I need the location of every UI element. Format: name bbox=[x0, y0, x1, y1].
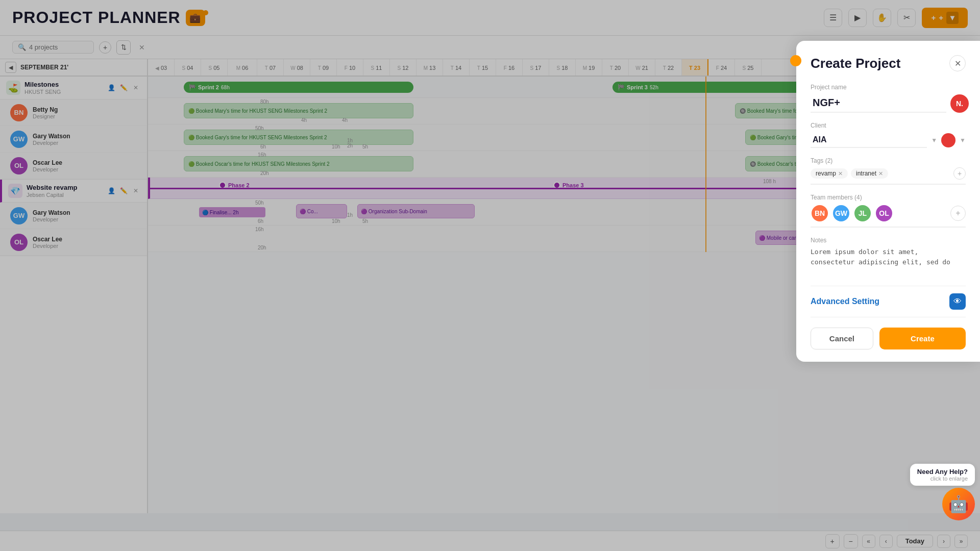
create-panel: Create Project ✕ Project name N. Client … bbox=[796, 41, 980, 362]
team-avatar-1: BN bbox=[811, 204, 829, 222]
help-mascot-icon[interactable]: 🤖 bbox=[942, 488, 975, 520]
client-group: Client AIA ▼ ▼ bbox=[811, 122, 966, 148]
cancel-button[interactable]: Cancel bbox=[811, 328, 873, 349]
notes-label: Notes bbox=[811, 237, 966, 244]
add-tag-btn[interactable]: + bbox=[953, 167, 966, 180]
team-label: Team members (4) bbox=[811, 194, 966, 201]
team-group: Team members (4) BN GW JL OL + bbox=[811, 194, 966, 228]
client-label: Client bbox=[811, 122, 966, 129]
advanced-setting-row[interactable]: Advanced Setting 👁 bbox=[811, 286, 966, 317]
panel-close-btn[interactable]: ✕ bbox=[949, 55, 966, 71]
eye-icon[interactable]: 👁 bbox=[949, 293, 966, 310]
client-select[interactable]: AIA bbox=[811, 132, 927, 148]
tag-revamp: revamp ✕ bbox=[811, 168, 848, 179]
help-sub: click to enlarge bbox=[917, 475, 968, 482]
panel-title: Create Project bbox=[811, 56, 900, 71]
help-title: Need Any Help? bbox=[917, 468, 968, 475]
remove-tag-revamp-btn[interactable]: ✕ bbox=[838, 170, 843, 177]
create-button[interactable]: Create bbox=[879, 328, 966, 349]
add-member-btn[interactable]: + bbox=[950, 206, 966, 221]
project-name-row: N. bbox=[811, 94, 966, 113]
tag-intranet: intranet ✕ bbox=[851, 168, 888, 179]
project-name-label: Project name bbox=[811, 84, 966, 91]
panel-accent-dot bbox=[790, 55, 801, 66]
project-name-input[interactable] bbox=[811, 94, 946, 113]
client-dropdown-caret: ▼ bbox=[931, 137, 937, 144]
help-bubble: Need Any Help? click to enlarge bbox=[910, 464, 975, 486]
notes-textarea[interactable]: Lorem ipsum dolor sit amet, consectetur … bbox=[811, 247, 966, 274]
color-dropdown-caret: ▼ bbox=[960, 137, 966, 144]
panel-actions: Cancel Create bbox=[811, 328, 966, 349]
project-user-avatar: N. bbox=[950, 94, 969, 113]
tag-revamp-text: revamp bbox=[816, 170, 836, 177]
notes-group: Notes Lorem ipsum dolor sit amet, consec… bbox=[811, 237, 966, 277]
client-color-dot[interactable] bbox=[941, 133, 955, 147]
help-widget[interactable]: Need Any Help? click to enlarge 🤖 bbox=[910, 464, 975, 520]
team-avatar-4: OL bbox=[875, 204, 893, 222]
team-avatar-2: GW bbox=[832, 204, 850, 222]
team-avatars: BN GW JL OL + bbox=[811, 204, 966, 228]
tags-area: revamp ✕ intranet ✕ + bbox=[811, 167, 966, 185]
remove-tag-intranet-btn[interactable]: ✕ bbox=[878, 170, 883, 177]
tags-label: Tags (2) bbox=[811, 157, 966, 164]
client-row: AIA ▼ ▼ bbox=[811, 132, 966, 148]
tag-intranet-text: intranet bbox=[856, 170, 876, 177]
advanced-setting-label: Advanced Setting bbox=[811, 297, 879, 306]
close-icon: ✕ bbox=[954, 59, 961, 68]
project-name-group: Project name N. bbox=[811, 84, 966, 113]
tags-group: Tags (2) revamp ✕ intranet ✕ + bbox=[811, 157, 966, 185]
team-avatar-3: JL bbox=[853, 204, 872, 222]
panel-header: Create Project ✕ bbox=[811, 55, 966, 71]
